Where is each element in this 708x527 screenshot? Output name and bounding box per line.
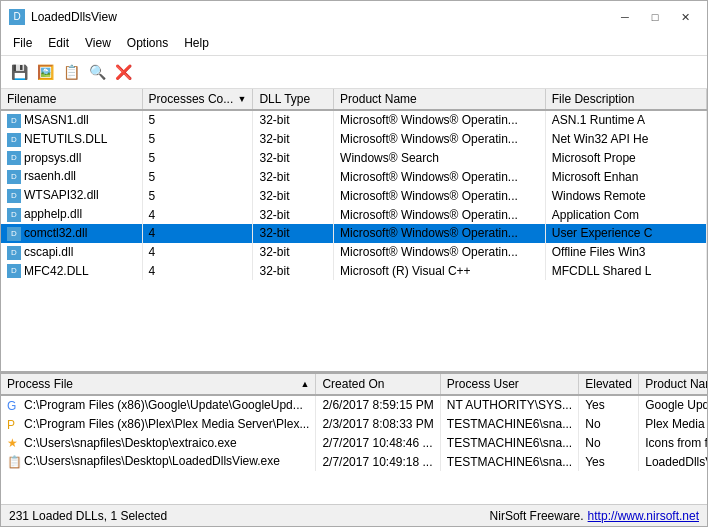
- col-createdon[interactable]: Created On: [316, 374, 440, 395]
- menu-bar: File Edit View Options Help: [1, 31, 707, 56]
- process-icon: G: [7, 399, 21, 413]
- cell-dlltype: 32-bit: [253, 262, 334, 281]
- maximize-button[interactable]: □: [641, 7, 669, 27]
- dll-icon: D: [7, 264, 21, 278]
- cell-processes: 5: [142, 130, 253, 149]
- cell-productname: Icons from fi: [639, 434, 707, 453]
- toolbar-image[interactable]: 🖼️: [33, 60, 57, 84]
- cell-createdon: 2/7/2017 10:48:46 ...: [316, 434, 440, 453]
- cell-processes: 4: [142, 243, 253, 262]
- app-icon: D: [9, 9, 25, 25]
- cell-dlltype: 32-bit: [253, 167, 334, 186]
- col-processfile[interactable]: Process File▲: [1, 374, 316, 395]
- nirsoft-url[interactable]: http://www.nirsoft.net: [588, 509, 699, 523]
- cell-processuser: NT AUTHORITY\SYS...: [440, 395, 578, 415]
- window-controls: ─ □ ✕: [611, 7, 699, 27]
- menu-edit[interactable]: Edit: [40, 33, 77, 53]
- col-processes[interactable]: Processes Co...▼: [142, 89, 253, 110]
- cell-productname: Google Upda: [639, 395, 707, 415]
- col-productname[interactable]: Product Name: [334, 89, 546, 110]
- cell-filename: Dcomctl32.dll: [1, 224, 142, 243]
- cell-dlltype: 32-bit: [253, 243, 334, 262]
- table-row[interactable]: DMSASN1.dll 5 32-bit Microsoft® Windows®…: [1, 110, 707, 130]
- dll-table-body: DMSASN1.dll 5 32-bit Microsoft® Windows®…: [1, 110, 707, 280]
- cell-filename: DNETUTILS.DLL: [1, 130, 142, 149]
- toolbar-find[interactable]: 🔍: [85, 60, 109, 84]
- cell-processfile: 📋C:\Users\snapfiles\Desktop\LoadedDllsVi…: [1, 452, 316, 471]
- cell-processfile: PC:\Program Files (x86)\Plex\Plex Media …: [1, 415, 316, 434]
- cell-productname: Windows® Search: [334, 149, 546, 168]
- cell-filedesc: Microsoft Prope: [545, 149, 706, 168]
- menu-options[interactable]: Options: [119, 33, 176, 53]
- cell-filename: Dcscapi.dll: [1, 243, 142, 262]
- main-window: D LoadedDllsView ─ □ ✕ File Edit View Op…: [0, 0, 708, 527]
- toolbar: 💾 🖼️ 📋 🔍 ❌: [1, 56, 707, 89]
- cell-filename: DMSASN1.dll: [1, 110, 142, 130]
- table-row[interactable]: Drsaenh.dll 5 32-bit Microsoft® Windows®…: [1, 167, 707, 186]
- toolbar-save[interactable]: 💾: [7, 60, 31, 84]
- cell-productname: Microsoft® Windows® Operatin...: [334, 130, 546, 149]
- menu-help[interactable]: Help: [176, 33, 217, 53]
- table-row[interactable]: DMFC42.DLL 4 32-bit Microsoft (R) Visual…: [1, 262, 707, 281]
- table-row[interactable]: ★C:\Users\snapfiles\Desktop\extraico.exe…: [1, 434, 707, 453]
- cell-filedesc: Windows Remote: [545, 186, 706, 205]
- minimize-button[interactable]: ─: [611, 7, 639, 27]
- sort-asc-icon: ▲: [301, 379, 310, 389]
- process-icon: 📋: [7, 455, 21, 469]
- cell-processes: 5: [142, 149, 253, 168]
- dll-icon: D: [7, 170, 21, 184]
- table-row[interactable]: PC:\Program Files (x86)\Plex\Plex Media …: [1, 415, 707, 434]
- col-productnam[interactable]: Product Nam: [639, 374, 707, 395]
- table-row[interactable]: Dcomctl32.dll 4 32-bit Microsoft® Window…: [1, 224, 707, 243]
- nirsoft-text: NirSoft Freeware.: [490, 509, 584, 523]
- cell-elevated: Yes: [579, 452, 639, 471]
- cell-filename: DMFC42.DLL: [1, 262, 142, 281]
- dll-table: Filename Processes Co...▼ DLL Type Produ…: [1, 89, 707, 280]
- cell-processuser: TESTMACHINE6\sna...: [440, 452, 578, 471]
- cell-productname: Plex Media S: [639, 415, 707, 434]
- table-row[interactable]: Dpropsys.dll 5 32-bit Windows® Search Mi…: [1, 149, 707, 168]
- dll-table-header: Filename Processes Co...▼ DLL Type Produ…: [1, 89, 707, 110]
- dll-icon: D: [7, 189, 21, 203]
- cell-productname: Microsoft® Windows® Operatin...: [334, 186, 546, 205]
- col-filedesc[interactable]: File Description: [545, 89, 706, 110]
- col-filename[interactable]: Filename: [1, 89, 142, 110]
- close-button[interactable]: ✕: [671, 7, 699, 27]
- cell-productname: Microsoft® Windows® Operatin...: [334, 224, 546, 243]
- dll-icon: D: [7, 208, 21, 222]
- cell-processuser: TESTMACHINE6\sna...: [440, 415, 578, 434]
- toolbar-clear[interactable]: ❌: [111, 60, 135, 84]
- cell-dlltype: 32-bit: [253, 205, 334, 224]
- dll-icon: D: [7, 133, 21, 147]
- cell-filedesc: Offline Files Win3: [545, 243, 706, 262]
- upper-table-container[interactable]: Filename Processes Co...▼ DLL Type Produ…: [1, 89, 707, 374]
- cell-productname: Microsoft® Windows® Operatin...: [334, 110, 546, 130]
- title-bar: D LoadedDllsView ─ □ ✕: [1, 1, 707, 31]
- cell-elevated: No: [579, 434, 639, 453]
- process-table-header: Process File▲ Created On Process User El…: [1, 374, 707, 395]
- cell-dlltype: 32-bit: [253, 149, 334, 168]
- cell-processfile: ★C:\Users\snapfiles\Desktop\extraico.exe: [1, 434, 316, 453]
- dll-icon: D: [7, 246, 21, 260]
- cell-productname: LoadedDllsVi: [639, 452, 707, 471]
- lower-table-container[interactable]: Process File▲ Created On Process User El…: [1, 374, 707, 504]
- main-content: Filename Processes Co...▼ DLL Type Produ…: [1, 89, 707, 504]
- process-icon: ★: [7, 436, 21, 450]
- table-row[interactable]: DNETUTILS.DLL 5 32-bit Microsoft® Window…: [1, 130, 707, 149]
- table-row[interactable]: GC:\Program Files (x86)\Google\Update\Go…: [1, 395, 707, 415]
- table-row[interactable]: Dapphelp.dll 4 32-bit Microsoft® Windows…: [1, 205, 707, 224]
- table-row[interactable]: DWTSAPI32.dll 5 32-bit Microsoft® Window…: [1, 186, 707, 205]
- table-row[interactable]: 📋C:\Users\snapfiles\Desktop\LoadedDllsVi…: [1, 452, 707, 471]
- dll-icon: D: [7, 151, 21, 165]
- col-processuser[interactable]: Process User: [440, 374, 578, 395]
- col-elevated[interactable]: Elevated: [579, 374, 639, 395]
- cell-productname: Microsoft® Windows® Operatin...: [334, 205, 546, 224]
- menu-file[interactable]: File: [5, 33, 40, 53]
- dll-icon: D: [7, 227, 21, 241]
- col-dlltype[interactable]: DLL Type: [253, 89, 334, 110]
- cell-filename: DWTSAPI32.dll: [1, 186, 142, 205]
- menu-view[interactable]: View: [77, 33, 119, 53]
- toolbar-copy[interactable]: 📋: [59, 60, 83, 84]
- table-row[interactable]: Dcscapi.dll 4 32-bit Microsoft® Windows®…: [1, 243, 707, 262]
- cell-processes: 4: [142, 224, 253, 243]
